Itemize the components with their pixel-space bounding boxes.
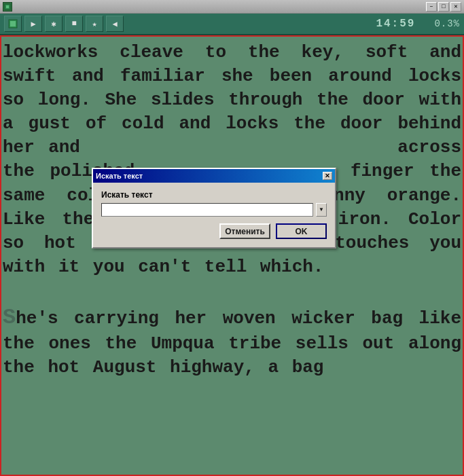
title-bar-left	[3, 2, 12, 12]
play-button[interactable]: ▶	[24, 16, 42, 32]
dialog-close-button[interactable]: ✕	[323, 172, 332, 180]
bookmark-button[interactable]: ★	[86, 16, 103, 32]
toolbar: ▶ ✱ ■ ★ ◀ 14:59 0.3%	[0, 14, 464, 35]
window-controls: – □ ✕	[426, 2, 461, 12]
svg-rect-3	[10, 21, 16, 26]
dialog-body: Искать текст ▼ Отменить OK	[93, 183, 335, 247]
dialog-label: Искать текст	[101, 189, 327, 200]
ok-button[interactable]: OK	[276, 223, 327, 239]
title-bar: – □ ✕	[0, 0, 464, 14]
close-button[interactable]: ✕	[450, 2, 461, 12]
toolbar-app-icon[interactable]	[4, 16, 22, 32]
content-area: lockworks cleave to the key, soft and sw…	[0, 35, 464, 476]
dialog-buttons: Отменить OK	[101, 223, 327, 239]
time-display: 14:59	[376, 18, 415, 30]
minimize-button[interactable]: –	[426, 2, 437, 12]
find-dialog: Искать текст ✕ Искать текст ▼ Отменить O…	[92, 168, 336, 249]
dialog-overlay: Искать текст ✕ Искать текст ▼ Отменить O…	[0, 35, 464, 476]
box-button[interactable]: ■	[65, 16, 83, 32]
dialog-titlebar: Искать текст ✕	[93, 169, 335, 183]
size-display: 0.3%	[434, 18, 460, 29]
dialog-title: Искать текст	[96, 171, 143, 181]
star-button[interactable]: ✱	[45, 16, 63, 32]
dropdown-button[interactable]: ▼	[316, 203, 327, 217]
maximize-button[interactable]: □	[438, 2, 449, 12]
back-button[interactable]: ◀	[106, 16, 124, 32]
dialog-input-row: ▼	[101, 203, 327, 217]
search-input[interactable]	[101, 203, 313, 217]
app-icon	[3, 2, 12, 12]
cancel-button[interactable]: Отменить	[219, 223, 270, 239]
svg-rect-1	[6, 5, 9, 8]
